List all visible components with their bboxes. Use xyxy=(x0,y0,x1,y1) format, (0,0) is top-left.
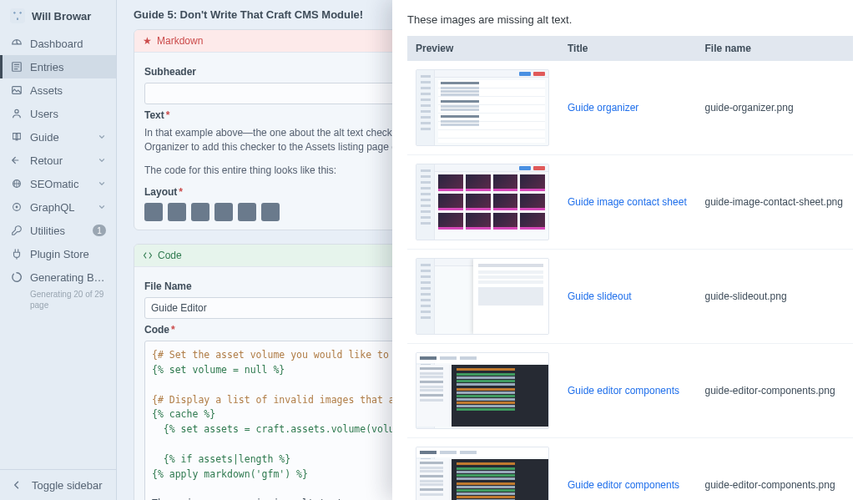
sidebar-item-dashboard[interactable]: Dashboard xyxy=(0,32,116,55)
layout-option[interactable] xyxy=(168,203,186,221)
chevron-down-icon xyxy=(98,179,106,188)
cell-file: guide-editor-components.png xyxy=(697,438,853,501)
sidebar-item-users[interactable]: Users xyxy=(0,102,116,125)
chevron-down-icon xyxy=(98,203,106,211)
sidebar-badge: 1 xyxy=(93,225,106,236)
cell-file: guide-image-contact-sheet.png xyxy=(697,155,853,250)
sidebar-item-utilities[interactable]: Utilities1 xyxy=(0,219,116,242)
layout-option[interactable] xyxy=(261,203,280,221)
layout-option[interactable] xyxy=(214,203,233,221)
asset-title-link[interactable]: Guide organizer xyxy=(568,102,638,114)
sidebar-item-guide[interactable]: Guide xyxy=(0,125,116,149)
layout-option[interactable] xyxy=(144,203,163,221)
sidebar-item-plugin-store[interactable]: Plugin Store xyxy=(0,242,116,265)
sidebar-item-label: Entries xyxy=(30,61,106,73)
asset-thumbnail[interactable] xyxy=(416,258,549,335)
sidebar-item-label: Plugin Store xyxy=(30,248,106,260)
users-icon xyxy=(10,107,23,120)
assets-icon xyxy=(10,83,23,97)
cell-title: Guide organizer xyxy=(559,61,697,155)
asset-title-link[interactable]: Guide slideout xyxy=(568,290,632,302)
cell-title: Guide editor components xyxy=(559,438,697,501)
retour-icon xyxy=(10,154,23,167)
seo-icon xyxy=(10,177,23,190)
svg-point-5 xyxy=(16,206,18,209)
sidebar-item-retour[interactable]: Retour xyxy=(0,149,116,172)
entries-icon xyxy=(10,60,23,73)
sidebar-item-assets[interactable]: Assets xyxy=(0,78,116,102)
sidebar-item-label: Utilities xyxy=(30,225,86,237)
table-row: Guide editor componentsguide-editor-comp… xyxy=(407,344,853,438)
sidebar-user[interactable]: Will Browar xyxy=(0,0,116,32)
sidebar-nav: DashboardEntriesAssetsUsersGuideRetourSE… xyxy=(0,32,116,469)
asset-thumbnail[interactable] xyxy=(416,164,549,240)
table-row: Guide image contact sheetguide-image-con… xyxy=(407,155,853,250)
star-icon: ★ xyxy=(143,35,152,47)
layout-option[interactable] xyxy=(238,203,256,221)
chevron-down-icon xyxy=(98,156,106,164)
cell-preview xyxy=(407,344,559,438)
asset-title-link[interactable]: Guide editor components xyxy=(568,479,679,491)
cell-file: guide-editor-components.png xyxy=(697,344,853,438)
global-sidebar: Will Browar DashboardEntriesAssetsUsersG… xyxy=(0,0,117,500)
cell-preview xyxy=(407,61,559,155)
wrench-icon xyxy=(10,224,23,237)
toggle-sidebar[interactable]: Toggle sidebar xyxy=(0,469,116,500)
missing-alt-table: Preview Title File name Guide organizerg… xyxy=(407,36,853,500)
chevron-down-icon xyxy=(98,133,106,141)
table-row: Guide slideoutguide-slideout.png xyxy=(407,250,853,344)
table-row: Guide organizerguide-organizer.png xyxy=(407,61,853,155)
code-chip-label: Code xyxy=(158,250,182,261)
sidebar-item-label: Retour xyxy=(30,154,91,167)
sidebar-item-label: SEOmatic xyxy=(30,178,91,190)
sidebar-item-graphql[interactable]: GraphQL xyxy=(0,195,116,219)
cell-title: Guide slideout xyxy=(559,250,697,344)
sidebar-item-label: GraphQL xyxy=(30,201,91,214)
col-title: Title xyxy=(559,36,697,61)
col-preview: Preview xyxy=(407,36,559,61)
col-file: File name xyxy=(697,36,853,61)
cell-preview xyxy=(407,250,559,344)
spinner-icon xyxy=(10,270,23,284)
sidebar-item-subtext: Generating 20 of 29 page xyxy=(0,289,116,314)
asset-thumbnail[interactable] xyxy=(416,69,549,146)
sidebar-item-label: Dashboard xyxy=(30,38,106,50)
gauge-icon xyxy=(10,37,23,50)
sidebar-item-seomatic[interactable]: SEOmatic xyxy=(0,172,116,195)
asset-title-link[interactable]: Guide image contact sheet xyxy=(568,196,687,208)
sidebar-user-name: Will Browar xyxy=(32,10,91,23)
plug-icon xyxy=(10,247,23,260)
cell-preview xyxy=(407,438,559,501)
sidebar-item-label: Users xyxy=(30,108,106,120)
cell-file: guide-slideout.png xyxy=(697,250,853,344)
svg-point-2 xyxy=(15,109,18,113)
cell-title: Guide editor components xyxy=(559,344,697,438)
cell-preview xyxy=(407,155,559,250)
table-row: Guide editor componentsguide-editor-comp… xyxy=(407,438,853,501)
graphql-icon xyxy=(10,200,23,214)
sidebar-item-label: Guide xyxy=(30,131,91,144)
code-icon xyxy=(143,250,153,260)
sidebar-item-generating-blitz-cache[interactable]: Generating Blitz cache xyxy=(0,265,116,289)
chevron-left-icon xyxy=(10,478,23,492)
layout-option[interactable] xyxy=(191,203,209,221)
asset-thumbnail[interactable] xyxy=(416,447,549,500)
markdown-chip-label: Markdown xyxy=(157,35,203,47)
cell-file: guide-organizer.png xyxy=(697,61,853,155)
craft-logo-icon xyxy=(10,8,25,23)
sidebar-item-label: Generating Blitz cache xyxy=(30,271,106,284)
sidebar-item-entries[interactable]: Entries xyxy=(0,55,116,78)
cell-title: Guide image contact sheet xyxy=(559,155,697,250)
panel-heading: These images are missing alt text. xyxy=(407,13,853,26)
asset-title-link[interactable]: Guide editor components xyxy=(568,385,679,396)
asset-thumbnail[interactable] xyxy=(416,352,549,429)
sidebar-item-label: Assets xyxy=(30,84,106,97)
slideout-panel: These images are missing alt text. Previ… xyxy=(392,0,868,500)
toggle-sidebar-label: Toggle sidebar xyxy=(32,479,103,492)
book-icon xyxy=(10,130,23,144)
